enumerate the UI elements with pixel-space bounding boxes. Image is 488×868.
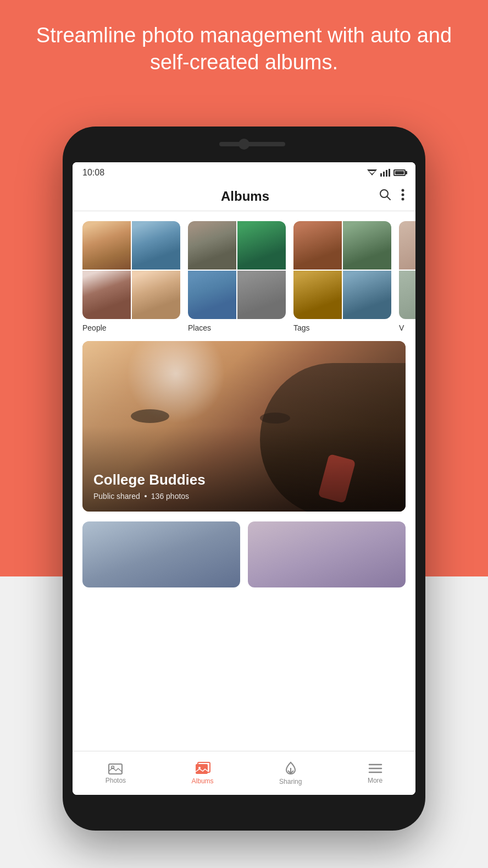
places-cell-3 xyxy=(188,271,236,319)
search-icon xyxy=(379,189,391,201)
album-v[interactable]: V xyxy=(399,221,415,332)
featured-album-card[interactable]: College Buddies Public shared 136 photos xyxy=(82,341,406,512)
tags-cell-2 xyxy=(343,221,391,270)
nav-item-albums[interactable]: Albums xyxy=(181,759,225,788)
album-card-title: College Buddies xyxy=(93,471,395,488)
nav-label-more: More xyxy=(368,777,382,784)
nav-item-more[interactable]: More xyxy=(357,759,393,788)
meta-separator xyxy=(145,495,147,497)
more-options-button[interactable] xyxy=(401,189,404,204)
auto-albums-row: People Places xyxy=(73,211,415,339)
album-v-label: V xyxy=(399,323,415,332)
nav-item-photos[interactable]: Photos xyxy=(95,759,137,788)
people-cell-4 xyxy=(132,271,180,319)
v-cell-1 xyxy=(399,221,415,270)
sharing-nav-icon xyxy=(284,761,298,776)
wifi-icon xyxy=(367,168,377,178)
bottom-nav: Photos Albums Sharing xyxy=(73,751,415,795)
nav-label-albums: Albums xyxy=(192,777,214,785)
people-cell-2 xyxy=(132,221,180,270)
phone-mockup: 10:08 xyxy=(63,127,425,831)
album-photo-count: 136 photos xyxy=(151,492,189,501)
search-button[interactable] xyxy=(379,189,391,204)
places-cell-1 xyxy=(188,221,236,270)
svg-point-5 xyxy=(402,189,404,192)
album-card-info: College Buddies Public shared 136 photos xyxy=(82,460,406,512)
tags-cell-1 xyxy=(293,221,342,270)
tags-cell-3 xyxy=(293,271,342,319)
phone-screen: 10:08 xyxy=(73,162,415,795)
app-bar: Albums xyxy=(73,182,415,211)
album-tags-label: Tags xyxy=(293,323,391,332)
album-places[interactable]: Places xyxy=(188,221,286,332)
album-card-meta: Public shared 136 photos xyxy=(93,492,395,501)
album-people[interactable]: People xyxy=(82,221,180,332)
places-cell-2 xyxy=(237,221,286,270)
v-cell-2 xyxy=(399,271,415,319)
svg-line-4 xyxy=(387,196,390,200)
small-album-1[interactable] xyxy=(82,521,240,587)
tags-cell-4 xyxy=(343,271,391,319)
places-cell-4 xyxy=(237,271,286,319)
battery-icon xyxy=(393,169,406,176)
phone-speaker xyxy=(219,142,285,146)
album-places-label: Places xyxy=(188,323,286,332)
photos-nav-icon xyxy=(108,762,123,774)
header-tagline: Streamline photo management with auto an… xyxy=(0,22,488,76)
more-options-icon xyxy=(401,189,404,201)
albums-content: People Places xyxy=(73,211,415,772)
status-bar: 10:08 xyxy=(73,162,415,182)
more-nav-icon xyxy=(368,762,382,774)
albums-nav-icon xyxy=(195,762,210,775)
status-time: 10:08 xyxy=(82,168,104,178)
status-icons xyxy=(367,168,406,178)
album-visibility: Public shared xyxy=(93,492,140,501)
album-tags[interactable]: Tags xyxy=(293,221,391,332)
nav-label-sharing: Sharing xyxy=(279,778,302,785)
signal-icon xyxy=(380,169,390,177)
svg-point-7 xyxy=(402,198,404,201)
svg-point-6 xyxy=(402,194,404,196)
app-bar-icons xyxy=(379,189,404,204)
app-bar-title: Albums xyxy=(111,189,379,204)
small-album-2[interactable] xyxy=(248,521,406,587)
nav-item-sharing[interactable]: Sharing xyxy=(268,758,313,789)
small-albums-row xyxy=(73,521,415,587)
people-cell-3 xyxy=(82,271,131,319)
nav-label-photos: Photos xyxy=(106,777,126,784)
people-cell-1 xyxy=(82,221,131,270)
album-people-label: People xyxy=(82,323,180,332)
